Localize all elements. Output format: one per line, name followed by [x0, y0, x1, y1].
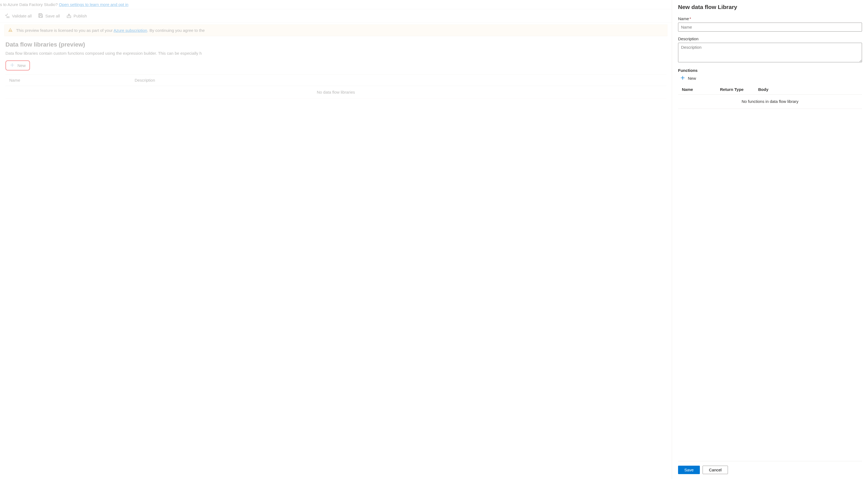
svg-rect-3 [39, 16, 42, 18]
save-button[interactable]: Save [678, 466, 700, 474]
new-library-label: New [18, 63, 26, 68]
command-toolbar: Validate all Save all [0, 9, 672, 23]
col-header-name: Name [9, 78, 135, 82]
functions-table-header: Name Return Type Body [678, 84, 862, 95]
top-banner-text: s to Azure Data Factory Studio? [0, 2, 59, 7]
libraries-empty-message: No data flow libraries [5, 86, 666, 99]
plus-icon [10, 63, 15, 68]
functions-empty-message: No functions in data flow library [678, 95, 862, 109]
panel-footer: Save Cancel [678, 461, 862, 479]
func-col-body: Body [758, 87, 858, 92]
libraries-table-header: Name Description [5, 75, 666, 86]
plus-icon [680, 75, 685, 81]
cancel-button[interactable]: Cancel [703, 466, 728, 474]
description-input[interactable] [678, 43, 862, 62]
preview-warning-banner: This preview feature is licensed to you … [4, 25, 668, 36]
libraries-table: Name Description No data flow libraries [5, 74, 666, 99]
page-title: Data flow libraries (preview) [5, 41, 666, 48]
publish-label: Publish [73, 13, 87, 18]
validate-all-button[interactable]: Validate all [4, 12, 32, 20]
save-all-label: Save all [45, 13, 60, 18]
func-col-name: Name [682, 87, 720, 92]
required-indicator: * [689, 16, 691, 21]
new-function-label: New [688, 76, 696, 80]
save-all-button[interactable]: Save all [38, 12, 60, 20]
new-function-button[interactable]: New [678, 74, 696, 82]
publish-icon [66, 13, 71, 19]
func-col-return-type: Return Type [720, 87, 758, 92]
azure-subscription-link[interactable]: Azure subscription [114, 28, 147, 33]
new-library-panel: New data flow Library Name* Description … [672, 0, 868, 479]
publish-button[interactable]: Publish [66, 12, 88, 20]
panel-title: New data flow Library [678, 4, 862, 10]
description-field-label: Description [678, 36, 862, 41]
main-content-area: s to Azure Data Factory Studio? Open set… [0, 0, 672, 479]
col-header-description: Description [135, 78, 155, 82]
svg-rect-6 [10, 29, 11, 31]
functions-table: Name Return Type Body No functions in da… [678, 84, 862, 109]
functions-section-label: Functions [678, 68, 862, 73]
validate-all-label: Validate all [12, 13, 32, 18]
new-library-button[interactable]: New [5, 60, 30, 70]
save-icon [38, 13, 43, 19]
page-description: Data flow libraries contain custom funct… [5, 51, 666, 56]
svg-rect-2 [39, 13, 41, 15]
warning-text: This preview feature is licensed to you … [16, 28, 205, 33]
name-input[interactable] [678, 23, 862, 32]
top-info-banner: s to Azure Data Factory Studio? Open set… [0, 0, 672, 9]
checkmark-list-icon [5, 13, 10, 19]
top-banner-link[interactable]: Open settings to learn more and opt in [59, 2, 128, 7]
name-field-label: Name* [678, 16, 862, 21]
warning-icon [8, 28, 13, 33]
svg-rect-7 [10, 31, 11, 31]
